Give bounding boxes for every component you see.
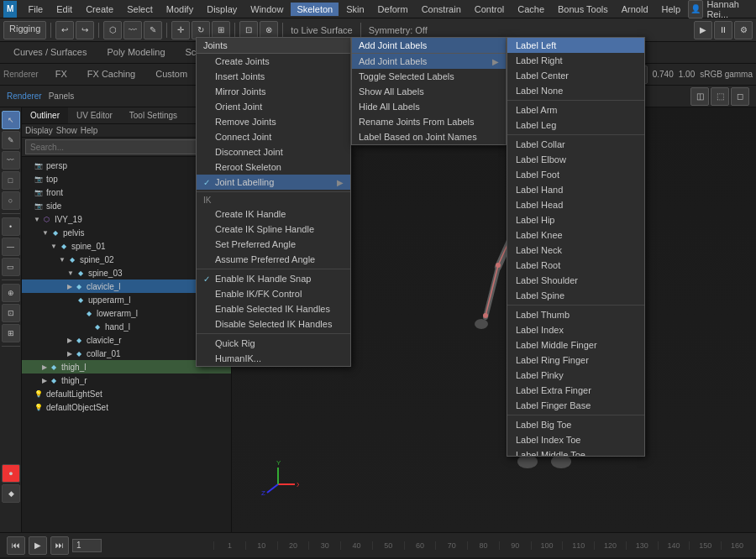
menu-set-preferred[interactable]: Set Preferred Angle xyxy=(197,237,350,252)
frame-input[interactable] xyxy=(72,539,102,552)
label-item-root[interactable]: Label Root xyxy=(507,258,644,273)
label-item-head[interactable]: Label Head xyxy=(507,197,644,212)
redo-btn[interactable]: ↪ xyxy=(76,21,94,39)
vp-icon3[interactable]: ◻ xyxy=(731,87,749,106)
label-item-shoulder[interactable]: Label Shoulder xyxy=(507,273,644,288)
label-item-left[interactable]: Label Left xyxy=(507,38,644,53)
play-btn[interactable]: ▶ xyxy=(29,536,47,555)
grid-btn[interactable]: ⊞ xyxy=(2,324,20,342)
pause-btn[interactable]: ⏸ xyxy=(714,21,732,39)
menu-enable-ik-snap[interactable]: ✓ Enable IK Handle Snap xyxy=(197,271,350,286)
outliner-item-thigh-r[interactable]: ▶ ◆ thigh_r xyxy=(22,374,231,387)
menu-cache[interactable]: Cache xyxy=(512,3,550,16)
label-item-index[interactable]: Label Index xyxy=(507,322,644,337)
tab-fx-caching[interactable]: FX Caching xyxy=(77,65,145,84)
label-item-none[interactable]: Label None xyxy=(507,83,644,98)
menu-file[interactable]: File xyxy=(22,3,49,16)
menu-create[interactable]: Create xyxy=(80,3,119,16)
menu-reroot-skeleton[interactable]: Reroot Skeleton xyxy=(197,159,350,175)
snap-v-btn[interactable]: ⊡ xyxy=(2,304,20,322)
menu-hide-all[interactable]: Hide All Labels xyxy=(352,99,506,114)
outliner-item-lightset[interactable]: 💡 defaultLightSet xyxy=(22,387,231,400)
menu-remove-joints[interactable]: Remove Joints xyxy=(197,114,350,129)
tab-fx[interactable]: FX xyxy=(45,65,77,84)
label-item-center[interactable]: Label Center xyxy=(507,68,644,83)
label-item-collar[interactable]: Label Collar xyxy=(507,137,644,152)
next-frame-btn[interactable]: ⏭ xyxy=(50,536,69,555)
menu-deform[interactable]: Deform xyxy=(372,3,414,16)
menu-show-all[interactable]: Show All Labels xyxy=(352,84,506,99)
render-btn[interactable]: ▶ xyxy=(694,21,712,39)
menu-skin[interactable]: Skin xyxy=(340,3,370,16)
move-tool[interactable]: ✛ xyxy=(171,21,190,39)
menu-orient-joint[interactable]: Orient Joint xyxy=(197,99,350,114)
menu-rename-joints[interactable]: Rename Joints From Labels xyxy=(352,114,506,129)
label-item-big-toe[interactable]: Label Big Toe xyxy=(507,417,644,432)
user-icon[interactable]: 👤 xyxy=(688,0,703,18)
record-btn[interactable]: ● xyxy=(2,464,20,483)
label-item-right[interactable]: Label Right xyxy=(507,53,644,68)
lasso-btn[interactable]: 〰 xyxy=(2,151,20,170)
prev-frame-btn[interactable]: ⏮ xyxy=(7,536,25,555)
tab-outliner[interactable]: Outliner xyxy=(22,107,68,123)
label-item-leg[interactable]: Label Leg xyxy=(507,118,644,133)
menu-create-ik-spline[interactable]: Create IK Spline Handle xyxy=(197,222,350,237)
label-item-arm[interactable]: Label Arm xyxy=(507,102,644,118)
box-btn[interactable]: □ xyxy=(2,171,20,190)
menu-add-joint-labels[interactable]: Add Joint Labels ▶ xyxy=(352,54,506,69)
menu-display[interactable]: Display xyxy=(201,3,243,16)
outliner-item-objectset[interactable]: 💡 defaultObjectSet xyxy=(22,400,231,414)
undo-btn[interactable]: ↩ xyxy=(55,21,74,39)
menu-control[interactable]: Control xyxy=(469,3,510,16)
edge-btn[interactable]: — xyxy=(2,238,20,256)
menu-assume-preferred[interactable]: Assume Preferred Angle xyxy=(197,252,350,267)
vp-icon2[interactable]: ⬚ xyxy=(711,87,729,106)
label-item-knee[interactable]: Label Knee xyxy=(507,227,644,243)
label-item-pinky[interactable]: Label Pinky xyxy=(507,368,644,383)
label-item-index-toe[interactable]: Label Index Toe xyxy=(507,432,644,447)
tab-curves[interactable]: Curves / Surfaces xyxy=(3,44,97,62)
menu-disconnect-joint[interactable]: Disconnect Joint xyxy=(197,144,350,159)
menu-connect-joint[interactable]: Connect Joint xyxy=(197,129,350,144)
menu-toggle-selected[interactable]: Toggle Selected Labels xyxy=(352,69,506,84)
menu-insert-joints[interactable]: Insert Joints xyxy=(197,69,350,84)
label-item-extra-finger[interactable]: Label Extra Finger xyxy=(507,383,644,398)
menu-skeleton[interactable]: Skeleton xyxy=(291,3,339,16)
menu-humanik[interactable]: HumanIK... xyxy=(197,351,350,366)
renderer-tab[interactable]: Renderer xyxy=(7,91,42,101)
select-mode-btn[interactable]: ↖ xyxy=(2,111,20,129)
select-tool[interactable]: ⬡ xyxy=(103,21,122,39)
label-item-middle-toe[interactable]: Label Middle Toe xyxy=(507,447,644,457)
tab-poly[interactable]: Poly Modeling xyxy=(97,44,175,62)
label-item-foot[interactable]: Label Foot xyxy=(507,167,644,182)
menu-bonus[interactable]: Bonus Tools xyxy=(552,3,614,16)
face-btn[interactable]: ▭ xyxy=(2,258,20,276)
menu-label-based[interactable]: Label Based on Joint Names xyxy=(352,129,506,144)
menu-mirror-joints[interactable]: Mirror Joints xyxy=(197,84,350,99)
menu-enable-selected[interactable]: Enable Selected IK Handles xyxy=(197,301,350,316)
pivot-btn[interactable]: ⊕ xyxy=(2,284,20,302)
menu-arnold[interactable]: Arnold xyxy=(616,3,654,16)
menu-edit[interactable]: Edit xyxy=(50,3,78,16)
menu-create-joints[interactable]: Create Joints xyxy=(197,54,350,69)
vertex-btn[interactable]: • xyxy=(2,217,20,236)
key-btn[interactable]: ◆ xyxy=(2,484,20,503)
label-item-spine[interactable]: Label Spine xyxy=(507,288,644,303)
menu-enable-ikfk[interactable]: Enable IK/FK Control xyxy=(197,286,350,301)
lasso-tool[interactable]: 〰 xyxy=(123,21,142,39)
vp-icon1[interactable]: ◫ xyxy=(690,87,709,106)
label-item-thumb[interactable]: Label Thumb xyxy=(507,307,644,322)
tab-uv-editor[interactable]: UV Editor xyxy=(68,107,121,123)
menu-joint-labelling[interactable]: ✓ Joint Labelling ▶ xyxy=(197,175,350,190)
label-item-finger-base[interactable]: Label Finger Base xyxy=(507,398,644,413)
menu-create-ik[interactable]: Create IK Handle xyxy=(197,206,350,222)
label-item-middle-finger[interactable]: Label Middle Finger xyxy=(507,337,644,353)
menu-select[interactable]: Select xyxy=(121,3,159,16)
label-item-elbow[interactable]: Label Elbow xyxy=(507,152,644,167)
menu-disable-selected[interactable]: Disable Selected IK Handles xyxy=(197,316,350,332)
brush-btn[interactable]: ○ xyxy=(2,191,20,210)
tab-custom[interactable]: Custom xyxy=(145,65,197,84)
tab-tool-settings[interactable]: Tool Settings xyxy=(121,107,186,123)
paint-tool[interactable]: ✎ xyxy=(144,21,162,39)
menu-help[interactable]: Help xyxy=(656,3,687,16)
